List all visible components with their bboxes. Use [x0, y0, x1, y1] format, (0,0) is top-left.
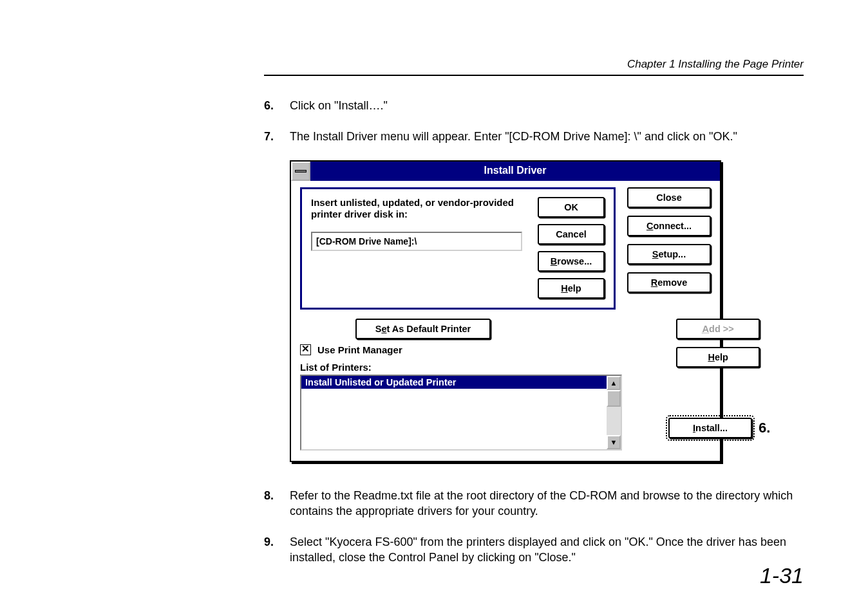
- list-item[interactable]: Install Unlisted or Updated Printer: [301, 376, 607, 389]
- help-button[interactable]: Help: [538, 278, 605, 299]
- set-default-printer-button[interactable]: Set As Default Printer: [355, 319, 491, 339]
- titlebar: Install Driver: [291, 162, 720, 181]
- step-number: 7.: [264, 129, 290, 144]
- ok-button[interactable]: OK: [538, 197, 605, 218]
- step-number: 8.: [264, 488, 290, 519]
- help-button-side[interactable]: Help: [676, 347, 760, 367]
- connect-button[interactable]: Connect...: [627, 216, 711, 236]
- scroll-track[interactable]: [607, 390, 621, 435]
- step-6: 6. Click on "Install….": [264, 98, 804, 113]
- chevron-down-icon: ▼: [610, 438, 618, 446]
- step-8: 8. Refer to the Readme.txt file at the r…: [264, 488, 804, 519]
- dialog-area: Install Driver Insert unlisted, updated,…: [290, 160, 804, 462]
- step-7: 7. The Install Driver menu will appear. …: [264, 129, 804, 144]
- window-title: Install Driver: [310, 162, 720, 181]
- page-number: 1-31: [760, 563, 804, 588]
- add-button: Add >>: [676, 319, 760, 339]
- step-number: 9.: [264, 534, 290, 566]
- install-highlight: Install...: [666, 415, 755, 441]
- scroll-thumb[interactable]: [607, 390, 621, 407]
- system-menu-button[interactable]: [291, 162, 310, 181]
- scroll-down-button[interactable]: ▼: [607, 435, 621, 449]
- chevron-up-icon: ▲: [610, 379, 618, 387]
- close-button[interactable]: Close: [627, 187, 711, 208]
- callout-step-6: 6.: [759, 420, 770, 436]
- step-text: Select "Kyocera FS-600" from the printer…: [290, 534, 804, 566]
- install-button[interactable]: Install...: [668, 418, 752, 438]
- setup-button[interactable]: Setup...: [627, 244, 711, 265]
- cancel-button[interactable]: Cancel: [538, 224, 605, 245]
- scroll-up-button[interactable]: ▲: [607, 376, 621, 390]
- driver-path-input[interactable]: [311, 232, 522, 251]
- chapter-header: Chapter 1 Installing the Page Printer: [264, 58, 804, 71]
- header-rule: [264, 75, 804, 76]
- use-print-manager-label: Use Print Manager: [317, 344, 402, 355]
- install-driver-panel: Insert unlisted, updated, or vendor-prov…: [300, 187, 616, 310]
- remove-button[interactable]: Remove: [627, 272, 711, 293]
- step-9: 9. Select "Kyocera FS-600" from the prin…: [264, 534, 804, 566]
- step-text: Refer to the Readme.txt file at the root…: [290, 488, 804, 519]
- browse-button[interactable]: Browse...: [538, 251, 605, 272]
- printers-window: Install Driver Insert unlisted, updated,…: [290, 160, 721, 462]
- step-text: The Install Driver menu will appear. Ent…: [290, 129, 804, 144]
- insert-disk-label: Insert unlisted, updated, or vendor-prov…: [311, 197, 522, 220]
- listbox-scrollbar[interactable]: ▲ ▼: [607, 376, 621, 449]
- window-body: Insert unlisted, updated, or vendor-prov…: [291, 181, 720, 461]
- use-print-manager-row[interactable]: Use Print Manager: [300, 344, 654, 355]
- step-number: 6.: [264, 98, 290, 113]
- system-menu-icon: [295, 170, 307, 172]
- step-text: Click on "Install….": [290, 98, 804, 113]
- printers-listbox[interactable]: Install Unlisted or Updated Printer ▲: [300, 375, 622, 451]
- use-print-manager-checkbox[interactable]: [300, 344, 311, 355]
- printers-side-buttons: Close Connect... Setup... Remove: [627, 187, 711, 301]
- list-of-printers-label: List of Printers:: [300, 362, 654, 373]
